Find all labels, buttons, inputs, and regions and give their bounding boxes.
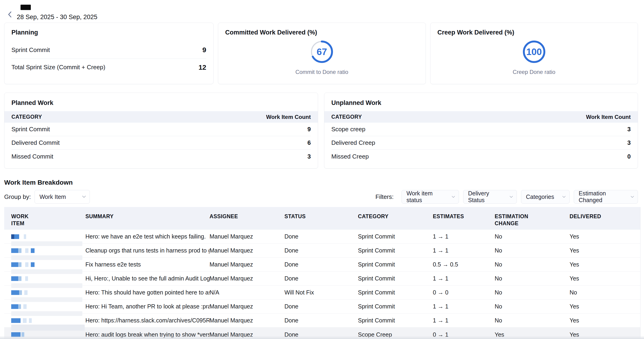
column-header-label: WORK ITEM	[11, 213, 37, 227]
estimates-cell: 1 → 1	[433, 275, 495, 282]
delivered-cell: Yes	[570, 233, 640, 240]
category-count-row: Sprint Commit9	[12, 123, 311, 136]
estimation-change-cell: Yes	[495, 331, 570, 338]
work-item-table-body: Hero: we have an e2e test which keeps fa…	[4, 230, 640, 339]
filter-selected-value: Work item status	[406, 190, 448, 204]
committed-gauge-value: 67	[309, 39, 334, 65]
work-item-count: 9	[308, 126, 311, 133]
summary-cell: Hi, Hero:, Unable to see the full admin …	[86, 275, 210, 282]
column-header-label: CATEGORY	[358, 213, 388, 220]
creep-gauge-value: 100	[521, 39, 547, 65]
column-header-label: SUMMARY	[86, 213, 114, 220]
creep-work-card: Creep Work Delivered (%) 100 Creep Done …	[430, 23, 638, 84]
column-header-label: ASSIGNEE	[210, 213, 238, 220]
unplanned-work-rows: Scope creep3Delivered Creep3Missed Creep…	[324, 123, 638, 163]
status-cell: Done	[284, 247, 358, 254]
category-count-row: Delivered Creep3	[331, 136, 631, 150]
category-cell: Sprint Commit	[358, 289, 433, 296]
estimates-cell: 0 → 1	[433, 331, 495, 338]
planning-card: Planning Sprint Commit9Total Sprint Size…	[4, 23, 214, 84]
estimates-cell: 1 → 1	[433, 247, 495, 254]
delivered-cell: Yes	[570, 303, 640, 310]
work-item-count: 3	[628, 126, 631, 133]
planning-card-title: Planning	[12, 29, 206, 36]
work-item-id-blocks	[11, 332, 82, 337]
work-item-id-redacted	[11, 318, 86, 323]
table-row[interactable]: Cleanup orgs that runs tests in harness …	[4, 244, 640, 258]
creep-donut-gauge: 100	[521, 39, 547, 65]
category-cell: Sprint Commit	[358, 303, 433, 310]
column-header-status: STATUS	[284, 213, 358, 220]
table-row[interactable]: Hi, Hero:, Unable to see the full admin …	[4, 272, 640, 286]
table-row[interactable]: Hero: Hi Team, another PR to look at ple…	[4, 300, 640, 314]
category-label: Missed Creep	[331, 153, 369, 160]
breakdown-title: Work Item Breakdown	[4, 179, 644, 186]
filter-select-work-item-status[interactable]: Work item status	[402, 190, 459, 204]
chevron-down-icon	[510, 196, 513, 198]
unplanned-category-header: CATEGORY	[331, 114, 362, 120]
planned-work-title: Planned Work	[4, 93, 318, 111]
status-cell: Done	[284, 275, 358, 282]
table-row[interactable]: Fix harness e2e testsManuel MarquezDoneS…	[4, 258, 640, 272]
work-item-id-redacted	[11, 332, 86, 337]
sprint-date-range: 28 Sep, 2025 - 30 Sep, 2025	[17, 13, 97, 21]
delivered-cell: Yes	[570, 247, 640, 254]
back-button[interactable]	[6, 10, 14, 19]
filters-label: Filters:	[376, 193, 394, 201]
sprint-report-page: 28 Sep, 2025 - 30 Sep, 2025 Planning Spr…	[0, 0, 644, 339]
creep-gauge-caption: Creep Done ratio	[513, 69, 555, 75]
work-item-count: 3	[308, 153, 311, 160]
filters-group: Filters: Work item statusDelivery Status…	[376, 190, 638, 204]
delivered-cell: Yes	[570, 261, 640, 268]
filter-select-delivery-status[interactable]: Delivery Status	[463, 190, 517, 204]
assignee-cell: Manuel Marquez	[210, 303, 284, 310]
estimates-cell: 0.5 → 0.5	[433, 261, 495, 268]
work-item-table-header: WORK ITEMSUMMARYASSIGNEESTATUSCATEGORYES…	[4, 207, 640, 230]
committed-donut-gauge: 67	[309, 39, 334, 65]
assignee-cell: Manuel Marquez	[210, 331, 284, 338]
filter-selected-value: Estimation Changed	[579, 190, 628, 204]
summary-cell: Cleanup orgs that runs tests in harness …	[86, 247, 210, 254]
committed-work-card-title: Committed Work Delivered (%)	[225, 29, 418, 36]
table-row[interactable]: Hero: we have an e2e test which keeps fa…	[4, 230, 640, 244]
group-by-selected-value: Work Item	[40, 194, 66, 200]
delivered-cell: Yes	[570, 317, 640, 324]
work-item-id-blocks	[11, 304, 82, 309]
status-cell: Done	[284, 331, 358, 338]
work-item-id-blocks	[11, 276, 82, 281]
planned-count-header: Work Item Count	[266, 114, 311, 120]
unplanned-count-header: Work Item Count	[586, 114, 631, 120]
status-cell: Done	[284, 317, 358, 324]
unplanned-work-title: Unplanned Work	[324, 93, 638, 111]
chevron-down-icon	[82, 196, 86, 198]
committed-gauge-wrap: 67 Commit to Done ratio	[225, 39, 418, 75]
group-by-select[interactable]: Work Item	[34, 190, 90, 204]
chevron-down-icon	[631, 196, 634, 198]
estimates-cell: 1 → 1	[433, 317, 495, 324]
work-item-id-redacted	[11, 262, 86, 267]
table-row[interactable]: Hero: audit logs break when trying to sh…	[4, 328, 640, 339]
column-header-work-item: WORK ITEM	[11, 213, 86, 227]
table-row[interactable]: Hero: https://harness.slack.com/archives…	[4, 314, 640, 328]
estimation-change-cell: No	[495, 275, 570, 282]
assignee-cell: Manuel Marquez	[210, 261, 284, 268]
planned-work-rows: Sprint Commit9Delivered Commit6Missed Co…	[4, 123, 318, 163]
table-row[interactable]: Hero: This should have gotten pointed he…	[4, 286, 640, 300]
report-title-redacted	[20, 5, 31, 10]
unplanned-work-header: CATEGORY Work Item Count	[324, 111, 638, 123]
work-item-id-blocks	[11, 290, 82, 295]
category-cell: Sprint Commit	[358, 261, 433, 268]
assignee-cell: Manuel Marquez	[210, 275, 284, 282]
work-item-id-blocks	[11, 234, 82, 239]
column-header-estimates: ESTIMATES	[433, 213, 495, 220]
work-item-id-blocks	[11, 318, 82, 323]
committed-gauge-caption: Commit to Done ratio	[296, 69, 348, 75]
column-header-assignee: ASSIGNEE	[210, 213, 284, 220]
work-summary-row: Planned Work CATEGORY Work Item Count Sp…	[0, 93, 644, 169]
delivered-cell: Yes	[570, 275, 640, 282]
work-item-id-blocks	[11, 262, 82, 267]
filter-select-estimation-changed[interactable]: Estimation Changed	[574, 190, 638, 204]
category-count-row: Missed Creep0	[331, 150, 631, 163]
category-label: Missed Commit	[12, 153, 53, 160]
filter-select-categories[interactable]: Categories	[521, 190, 570, 204]
